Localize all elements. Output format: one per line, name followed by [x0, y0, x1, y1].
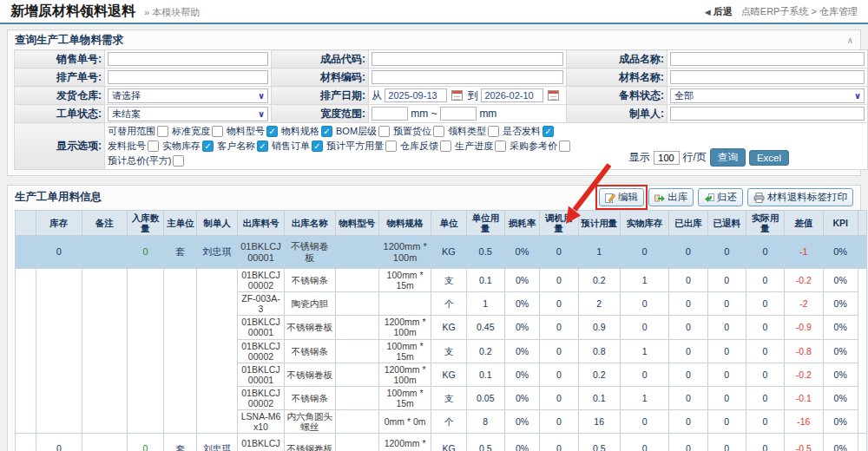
display-option: 物料型号✓: [227, 125, 278, 138]
search-form: 销售单号: 成品代码: 成品名称: 排产单号: 材料编码: 材料名称: 发货仓库…: [14, 49, 868, 170]
cell: 0: [620, 363, 668, 386]
collapse-panel-icon[interactable]: ∧: [847, 36, 853, 45]
table-row[interactable]: 01BKLCJ00001不锈钢卷板1200mm * 100mKG0.10%00.…: [16, 363, 867, 386]
print-return-label-button[interactable]: 材料退料标签打印: [747, 188, 853, 206]
display-option-checkbox[interactable]: [212, 126, 223, 137]
display-option-checkbox[interactable]: [385, 141, 397, 152]
display-option-checkbox[interactable]: ✓: [542, 126, 554, 137]
cell: 0.05: [466, 386, 504, 409]
order-status-select[interactable]: 未结案∨: [108, 107, 268, 121]
cell: [82, 316, 127, 339]
calendar-icon[interactable]: [451, 90, 463, 101]
display-option-checkbox[interactable]: ✓: [257, 141, 268, 152]
display-option-checkbox[interactable]: [157, 126, 168, 137]
display-option-checkbox[interactable]: [440, 141, 451, 152]
back-arrow-icon: ◀: [705, 8, 711, 16]
cell: 0: [540, 339, 578, 363]
cell: [16, 292, 36, 316]
display-option: 发料批号: [108, 140, 159, 153]
cell: 1: [578, 236, 620, 269]
table-row[interactable]: 01BKLCJ00002不锈钢条100mm * 15m支0.050%00.110…: [16, 386, 867, 409]
cell: [164, 386, 197, 409]
cell: [16, 316, 36, 339]
cell: [335, 236, 378, 269]
column-header: 备注: [82, 211, 127, 236]
cell: 陶瓷内胆: [285, 292, 335, 316]
schedule-no-input[interactable]: [108, 70, 268, 84]
display-option-checkbox[interactable]: ✓: [321, 126, 332, 137]
display-option-checkbox[interactable]: [495, 141, 506, 152]
table-row[interactable]: 00套刘忠琪01BKLCJ00001不锈钢卷板1200mm * 100mKG0.…: [16, 236, 867, 269]
cell: -0.9: [785, 316, 823, 339]
cell: 0: [669, 409, 707, 433]
module-help-link[interactable]: » 本模块帮助: [144, 6, 200, 19]
cell: -0.2: [785, 363, 823, 386]
width-unit-end: mm: [479, 108, 496, 120]
cell: [197, 316, 237, 339]
cell: 不锈钢卷板: [285, 236, 335, 269]
cell: [197, 363, 237, 386]
stock-status-select[interactable]: 全部∨: [670, 88, 865, 103]
display-option-checkbox[interactable]: ✓: [266, 126, 278, 137]
display-option-checkbox[interactable]: ✓: [312, 141, 323, 152]
column-header: 已出库: [669, 211, 707, 236]
material-code-input[interactable]: [372, 70, 563, 84]
maker-input[interactable]: [670, 107, 865, 121]
edit-button[interactable]: 编辑: [599, 188, 644, 206]
material-name-input[interactable]: [670, 70, 865, 84]
display-option-label: 预置货位: [393, 125, 431, 138]
cell: 0%: [504, 409, 539, 433]
excel-button[interactable]: Excel: [749, 150, 789, 166]
table-row[interactable]: 01BKLCJ00002不锈钢条100mm * 15m支0.10%00.2100…: [16, 269, 867, 292]
display-option-checkbox[interactable]: [173, 155, 184, 167]
table-row[interactable]: ZF-003A-3陶瓷内胆个10%020000-20%: [16, 292, 867, 316]
calendar-icon[interactable]: [548, 90, 559, 101]
width-max-input[interactable]: [440, 107, 477, 121]
cell: [164, 363, 197, 386]
cell: 1: [620, 269, 668, 292]
date-from-input[interactable]: [385, 88, 447, 102]
display-option-checkbox[interactable]: [559, 141, 570, 152]
cell: 0: [707, 409, 746, 433]
return-button[interactable]: 归还: [698, 188, 743, 206]
back-button[interactable]: ◀ 后退: [705, 5, 733, 18]
product-code-label: 成品代码:: [272, 50, 369, 69]
cell: 0: [746, 339, 784, 363]
return-icon: [704, 193, 714, 203]
cell: 0: [540, 292, 578, 316]
warehouse-select[interactable]: 请选择∨: [108, 88, 268, 103]
display-option-checkbox[interactable]: [378, 126, 390, 137]
display-option-label: 发料批号: [108, 140, 146, 153]
display-option-label: 物料型号: [227, 125, 265, 138]
table-row[interactable]: 01BKLCJ00002不锈钢条100mm * 15m支0.20%00.8100…: [16, 339, 867, 363]
stock-out-button[interactable]: 出库: [648, 188, 694, 206]
display-option-checkbox[interactable]: ✓: [202, 141, 214, 152]
cell: 0%: [504, 434, 539, 451]
cell: 0: [620, 434, 668, 451]
table-row[interactable]: 00套刘忠琪01BKLCJ00001不锈钢卷板1200mm * 100mKG0.…: [16, 434, 867, 451]
page-size-input[interactable]: [654, 151, 680, 165]
chevron-down-icon: ∨: [258, 108, 265, 121]
column-header: 单位用量: [466, 211, 504, 236]
sales-no-input[interactable]: [108, 52, 268, 66]
table-row[interactable]: LSNA-M6x10内六角圆头螺丝0mm * 0m个80%0160000-160…: [16, 409, 867, 433]
display-option-checkbox[interactable]: [433, 126, 444, 137]
cell: 0: [540, 434, 578, 451]
query-button[interactable]: 查询: [710, 148, 746, 167]
cell: 2: [578, 292, 620, 316]
display-option-checkbox[interactable]: [148, 141, 159, 152]
table-row[interactable]: 01BKLCJ00001不锈钢卷板1200mm * 100mKG0.450%00…: [16, 316, 867, 339]
cell: 0.1: [466, 363, 504, 386]
width-min-input[interactable]: [372, 107, 408, 121]
display-option-label: 客户名称: [217, 140, 255, 153]
cell: [82, 236, 127, 269]
page-size-prefix: 显示: [629, 150, 650, 165]
date-to-input[interactable]: [481, 88, 543, 102]
product-name-input[interactable]: [670, 52, 865, 66]
cell: [335, 316, 378, 339]
display-option-checkbox[interactable]: [488, 126, 499, 137]
cell: 0%: [823, 386, 858, 409]
display-option-label: 实物库存: [162, 140, 201, 153]
cell: 01BKLCJ00001: [237, 236, 284, 269]
product-code-input[interactable]: [372, 52, 563, 66]
